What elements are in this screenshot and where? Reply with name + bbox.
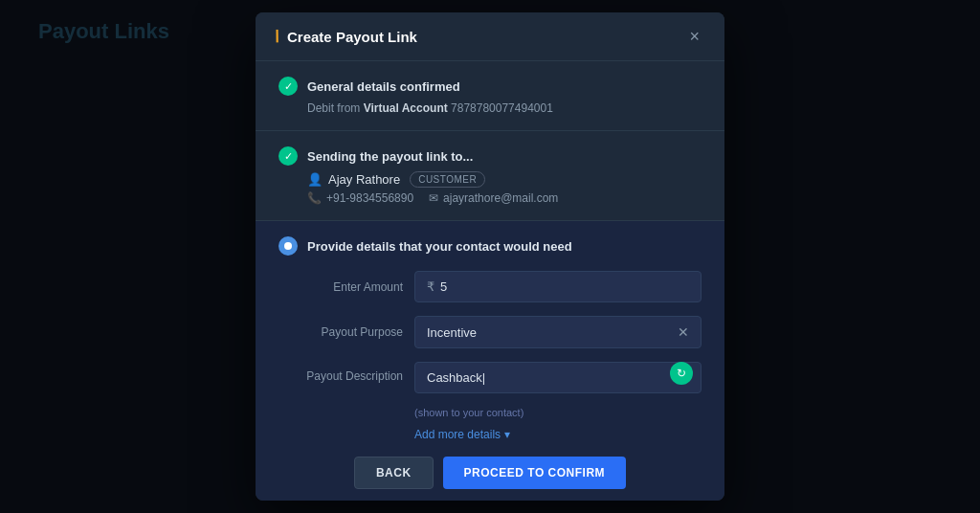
purpose-clear-icon[interactable]: ✕	[678, 324, 689, 340]
step1-header: ✓ General details confirmed	[278, 77, 702, 96]
add-more-details-link[interactable]: Add more details ▾	[414, 428, 702, 441]
back-button[interactable]: BACK	[354, 457, 434, 489]
modal-overlay: \ Create Payout Link × ✓ General details…	[0, 0, 980, 513]
amount-input[interactable]: ₹ 5	[414, 271, 702, 302]
step1-subtitle: Debit from Virtual Account 7878780077494…	[307, 101, 702, 115]
step2-title: Sending the payout link to...	[307, 149, 473, 164]
chevron-down-icon: ▾	[504, 428, 510, 441]
contact-phone: +91-9834556890	[326, 191, 413, 205]
proceed-button[interactable]: PROCEED TO CONFIRM	[443, 457, 626, 489]
step2-check-icon: ✓	[278, 146, 298, 166]
hint-text: (shown to your contact)	[414, 407, 702, 418]
description-textarea[interactable]: Cashback ↻	[414, 362, 702, 393]
purpose-input[interactable]: Incentive ✕	[414, 316, 702, 348]
phone-detail: 📞 +91-9834556890	[307, 191, 413, 205]
description-row: Payout Description Cashback ↻	[278, 362, 702, 393]
step3-section: Provide details that your contact would …	[256, 221, 724, 501]
amount-row: Enter Amount ₹ 5	[278, 271, 702, 302]
contact-name: 👤 Ajay Rathore	[307, 172, 400, 187]
person-icon: 👤	[307, 172, 323, 187]
step1-title: General details confirmed	[307, 79, 460, 94]
email-icon: ✉	[429, 191, 438, 205]
background: Payout Links \ Create Payout Link × ✓ Ge…	[0, 0, 980, 513]
step3-active-dot	[278, 236, 298, 256]
form-actions: BACK PROCEED TO CONFIRM	[278, 457, 702, 501]
contact-email: ajayrathore@mail.com	[443, 191, 558, 205]
amount-label: Enter Amount	[278, 280, 403, 294]
amount-value: 5	[440, 279, 447, 294]
brand-logo: \	[273, 27, 281, 47]
purpose-row: Payout Purpose Incentive ✕	[278, 316, 702, 348]
refresh-button[interactable]: ↻	[670, 362, 693, 385]
customer-badge: CUSTOMER	[410, 171, 485, 188]
modal-title-row: \ Create Payout Link	[275, 27, 417, 47]
step2-header: ✓ Sending the payout link to...	[278, 146, 702, 166]
phone-icon: 📞	[307, 191, 322, 205]
purpose-value: Incentive	[427, 325, 477, 340]
step3-header: Provide details that your contact would …	[278, 236, 702, 256]
modal-header: \ Create Payout Link ×	[256, 12, 724, 61]
email-detail: ✉ ajayrathore@mail.com	[429, 191, 558, 205]
step3-title: Provide details that your contact would …	[307, 239, 572, 254]
modal-close-button[interactable]: ×	[683, 26, 705, 47]
modal-body: ✓ General details confirmed Debit from V…	[256, 61, 724, 501]
contact-details: 📞 +91-9834556890 ✉ ajayrathore@mail.com	[307, 191, 702, 205]
step1-account-number: 7878780077494001	[451, 101, 553, 115]
step1-account-label: Virtual Account	[364, 101, 448, 115]
modal-container: \ Create Payout Link × ✓ General details…	[256, 12, 724, 501]
step1-section: ✓ General details confirmed Debit from V…	[256, 61, 724, 131]
purpose-label: Payout Purpose	[278, 325, 403, 339]
step2-section: ✓ Sending the payout link to... 👤 Ajay R…	[256, 131, 724, 221]
contact-name-row: 👤 Ajay Rathore CUSTOMER	[307, 171, 702, 188]
contact-info: 👤 Ajay Rathore CUSTOMER 📞 +91-9834556890	[307, 171, 702, 205]
description-label: Payout Description	[278, 362, 403, 383]
step1-check-icon: ✓	[278, 77, 298, 96]
description-value: Cashback	[427, 370, 689, 385]
currency-symbol: ₹	[427, 279, 434, 294]
modal-title: Create Payout Link	[287, 29, 417, 45]
